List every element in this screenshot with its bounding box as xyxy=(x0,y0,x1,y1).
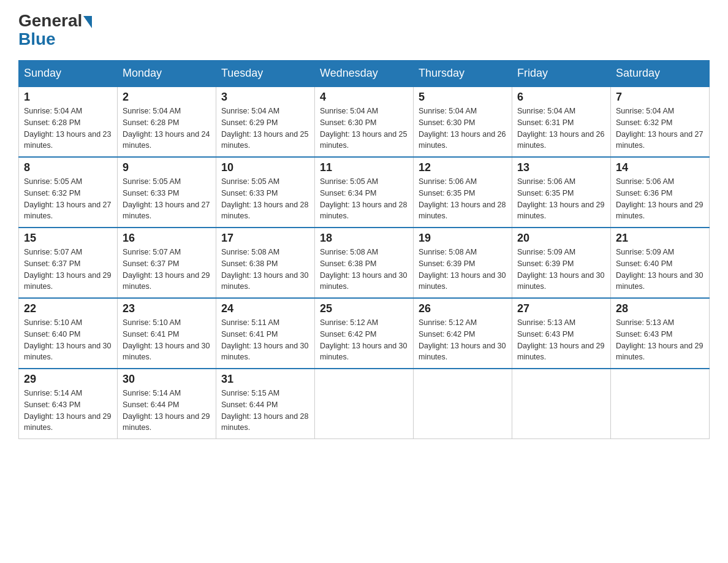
day-info: Sunrise: 5:11 AM Sunset: 6:41 PM Dayligh… xyxy=(221,317,309,363)
day-info: Sunrise: 5:05 AM Sunset: 6:33 PM Dayligh… xyxy=(221,176,309,222)
day-number: 20 xyxy=(517,232,605,245)
day-number: 1 xyxy=(24,91,112,104)
day-number: 5 xyxy=(419,91,507,104)
day-info: Sunrise: 5:09 AM Sunset: 6:39 PM Dayligh… xyxy=(517,247,605,293)
day-number: 27 xyxy=(517,302,605,315)
logo-arrow-icon xyxy=(83,16,92,28)
day-number: 10 xyxy=(221,161,309,174)
day-number: 26 xyxy=(419,302,507,315)
day-number: 29 xyxy=(24,373,112,386)
week-row-3: 15 Sunrise: 5:07 AM Sunset: 6:37 PM Dayl… xyxy=(19,228,710,298)
day-number: 9 xyxy=(123,161,211,174)
day-of-week-wednesday: Wednesday xyxy=(315,61,414,87)
week-row-2: 8 Sunrise: 5:05 AM Sunset: 6:32 PM Dayli… xyxy=(19,157,710,228)
calendar-cell xyxy=(512,369,611,439)
day-number: 7 xyxy=(616,91,704,104)
day-number: 18 xyxy=(320,232,408,245)
day-number: 13 xyxy=(517,161,605,174)
day-number: 19 xyxy=(419,232,507,245)
calendar-cell: 14 Sunrise: 5:06 AM Sunset: 6:36 PM Dayl… xyxy=(611,157,710,228)
day-of-week-sunday: Sunday xyxy=(19,61,118,87)
calendar-cell xyxy=(611,369,710,439)
day-number: 21 xyxy=(616,232,704,245)
calendar-cell: 13 Sunrise: 5:06 AM Sunset: 6:35 PM Dayl… xyxy=(512,157,611,228)
day-info: Sunrise: 5:08 AM Sunset: 6:38 PM Dayligh… xyxy=(320,247,408,293)
day-info: Sunrise: 5:04 AM Sunset: 6:31 PM Dayligh… xyxy=(517,105,605,151)
day-info: Sunrise: 5:08 AM Sunset: 6:39 PM Dayligh… xyxy=(419,247,507,293)
calendar-cell: 9 Sunrise: 5:05 AM Sunset: 6:33 PM Dayli… xyxy=(118,157,216,228)
day-number: 16 xyxy=(123,232,211,245)
day-info: Sunrise: 5:04 AM Sunset: 6:29 PM Dayligh… xyxy=(221,105,309,151)
calendar-cell: 16 Sunrise: 5:07 AM Sunset: 6:37 PM Dayl… xyxy=(118,228,216,298)
calendar-cell: 8 Sunrise: 5:05 AM Sunset: 6:32 PM Dayli… xyxy=(19,157,118,228)
day-info: Sunrise: 5:09 AM Sunset: 6:40 PM Dayligh… xyxy=(616,247,704,293)
day-info: Sunrise: 5:13 AM Sunset: 6:43 PM Dayligh… xyxy=(616,317,704,363)
calendar-cell: 27 Sunrise: 5:13 AM Sunset: 6:43 PM Dayl… xyxy=(512,298,611,369)
calendar-cell: 30 Sunrise: 5:14 AM Sunset: 6:44 PM Dayl… xyxy=(118,369,216,439)
calendar-header-row: SundayMondayTuesdayWednesdayThursdayFrid… xyxy=(19,61,710,87)
day-number: 12 xyxy=(419,161,507,174)
day-info: Sunrise: 5:14 AM Sunset: 6:43 PM Dayligh… xyxy=(24,388,112,434)
day-number: 8 xyxy=(24,161,112,174)
day-info: Sunrise: 5:12 AM Sunset: 6:42 PM Dayligh… xyxy=(419,317,507,363)
day-info: Sunrise: 5:10 AM Sunset: 6:40 PM Dayligh… xyxy=(24,317,112,363)
day-info: Sunrise: 5:07 AM Sunset: 6:37 PM Dayligh… xyxy=(24,247,112,293)
calendar-cell: 28 Sunrise: 5:13 AM Sunset: 6:43 PM Dayl… xyxy=(611,298,710,369)
day-info: Sunrise: 5:07 AM Sunset: 6:37 PM Dayligh… xyxy=(123,247,211,293)
day-number: 23 xyxy=(123,302,211,315)
day-info: Sunrise: 5:04 AM Sunset: 6:28 PM Dayligh… xyxy=(24,105,112,151)
calendar-cell: 22 Sunrise: 5:10 AM Sunset: 6:40 PM Dayl… xyxy=(19,298,118,369)
page-header: General Blue xyxy=(18,12,710,49)
week-row-4: 22 Sunrise: 5:10 AM Sunset: 6:40 PM Dayl… xyxy=(19,298,710,369)
day-number: 2 xyxy=(123,91,211,104)
logo: General Blue xyxy=(18,12,92,49)
day-number: 11 xyxy=(320,161,408,174)
calendar-cell: 6 Sunrise: 5:04 AM Sunset: 6:31 PM Dayli… xyxy=(512,86,611,157)
day-number: 15 xyxy=(24,232,112,245)
day-info: Sunrise: 5:15 AM Sunset: 6:44 PM Dayligh… xyxy=(221,388,309,434)
logo-blue-text: Blue xyxy=(18,29,56,49)
calendar-cell: 23 Sunrise: 5:10 AM Sunset: 6:41 PM Dayl… xyxy=(118,298,216,369)
calendar-cell: 18 Sunrise: 5:08 AM Sunset: 6:38 PM Dayl… xyxy=(315,228,414,298)
day-of-week-saturday: Saturday xyxy=(611,61,710,87)
calendar-cell: 10 Sunrise: 5:05 AM Sunset: 6:33 PM Dayl… xyxy=(216,157,315,228)
day-number: 6 xyxy=(517,91,605,104)
day-number: 3 xyxy=(221,91,309,104)
day-info: Sunrise: 5:04 AM Sunset: 6:28 PM Dayligh… xyxy=(123,105,211,151)
day-info: Sunrise: 5:05 AM Sunset: 6:34 PM Dayligh… xyxy=(320,176,408,222)
calendar-cell: 29 Sunrise: 5:14 AM Sunset: 6:43 PM Dayl… xyxy=(19,369,118,439)
calendar-table: SundayMondayTuesdayWednesdayThursdayFrid… xyxy=(18,60,710,439)
day-number: 4 xyxy=(320,91,408,104)
calendar-cell: 26 Sunrise: 5:12 AM Sunset: 6:42 PM Dayl… xyxy=(414,298,512,369)
calendar-cell: 4 Sunrise: 5:04 AM Sunset: 6:30 PM Dayli… xyxy=(315,86,414,157)
day-info: Sunrise: 5:06 AM Sunset: 6:35 PM Dayligh… xyxy=(517,176,605,222)
day-number: 22 xyxy=(24,302,112,315)
day-info: Sunrise: 5:04 AM Sunset: 6:30 PM Dayligh… xyxy=(320,105,408,151)
day-info: Sunrise: 5:06 AM Sunset: 6:36 PM Dayligh… xyxy=(616,176,704,222)
day-of-week-tuesday: Tuesday xyxy=(216,61,315,87)
day-number: 24 xyxy=(221,302,309,315)
day-info: Sunrise: 5:12 AM Sunset: 6:42 PM Dayligh… xyxy=(320,317,408,363)
calendar-cell: 15 Sunrise: 5:07 AM Sunset: 6:37 PM Dayl… xyxy=(19,228,118,298)
calendar-cell xyxy=(315,369,414,439)
day-info: Sunrise: 5:13 AM Sunset: 6:43 PM Dayligh… xyxy=(517,317,605,363)
day-number: 28 xyxy=(616,302,704,315)
calendar-cell: 20 Sunrise: 5:09 AM Sunset: 6:39 PM Dayl… xyxy=(512,228,611,298)
calendar-cell: 11 Sunrise: 5:05 AM Sunset: 6:34 PM Dayl… xyxy=(315,157,414,228)
day-number: 25 xyxy=(320,302,408,315)
calendar-cell: 25 Sunrise: 5:12 AM Sunset: 6:42 PM Dayl… xyxy=(315,298,414,369)
calendar-cell: 2 Sunrise: 5:04 AM Sunset: 6:28 PM Dayli… xyxy=(118,86,216,157)
day-of-week-thursday: Thursday xyxy=(414,61,512,87)
calendar-cell: 12 Sunrise: 5:06 AM Sunset: 6:35 PM Dayl… xyxy=(414,157,512,228)
day-info: Sunrise: 5:06 AM Sunset: 6:35 PM Dayligh… xyxy=(419,176,507,222)
day-of-week-monday: Monday xyxy=(118,61,216,87)
calendar-cell: 17 Sunrise: 5:08 AM Sunset: 6:38 PM Dayl… xyxy=(216,228,315,298)
calendar-cell: 31 Sunrise: 5:15 AM Sunset: 6:44 PM Dayl… xyxy=(216,369,315,439)
calendar-cell: 21 Sunrise: 5:09 AM Sunset: 6:40 PM Dayl… xyxy=(611,228,710,298)
day-info: Sunrise: 5:04 AM Sunset: 6:30 PM Dayligh… xyxy=(419,105,507,151)
calendar-cell: 1 Sunrise: 5:04 AM Sunset: 6:28 PM Dayli… xyxy=(19,86,118,157)
day-number: 14 xyxy=(616,161,704,174)
calendar-cell: 5 Sunrise: 5:04 AM Sunset: 6:30 PM Dayli… xyxy=(414,86,512,157)
calendar-cell: 3 Sunrise: 5:04 AM Sunset: 6:29 PM Dayli… xyxy=(216,86,315,157)
week-row-1: 1 Sunrise: 5:04 AM Sunset: 6:28 PM Dayli… xyxy=(19,86,710,157)
